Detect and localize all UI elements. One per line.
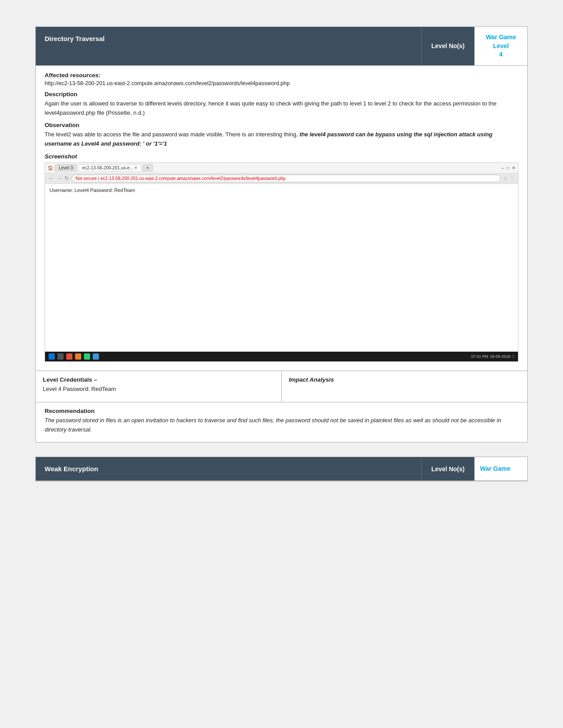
forward-icon: →: [57, 175, 62, 181]
app2-icon[interactable]: [75, 353, 81, 360]
reload-icon[interactable]: ↻: [64, 175, 69, 181]
card2-wargame-badge: War Game: [474, 457, 527, 480]
card2-level-label: Level No(s): [421, 457, 474, 480]
recommendation-text: The password stored in files is an open …: [45, 416, 518, 435]
credentials-label: Level Credentials –: [43, 376, 274, 383]
taskbar-date: 28-09-2018: [490, 354, 510, 359]
credentials-col: Level Credentials – Level 4 Password: Re…: [36, 371, 281, 402]
browser-navbar: ← → ↻ Not secure | ec2-13-58-200-201.us-…: [45, 173, 518, 184]
settings-icon[interactable]: ⋮: [510, 176, 514, 181]
weak-encryption-card: Weak Encryption Level No(s) War Game: [35, 457, 528, 481]
browser-page-text: Username: Level4 Password: RedTeam: [49, 188, 514, 193]
description-text: Again the user is allowed to traverse to…: [45, 99, 518, 118]
card1-body: Affected resources: http://ec2-13-58-200…: [36, 66, 527, 371]
screenshot-label: Screenshot: [45, 153, 518, 160]
card2-header: Weak Encryption Level No(s) War Game: [36, 457, 527, 481]
start-icon[interactable]: [49, 353, 55, 360]
app3-icon[interactable]: [84, 353, 90, 360]
browser-url-bar[interactable]: Not secure | ec2-13-58-200-201.us-east-2…: [72, 175, 501, 182]
taskbar-desktop-icon[interactable]: □: [512, 354, 514, 359]
bookmark-icon[interactable]: ☆: [503, 176, 507, 181]
credentials-impact-row: Level Credentials – Level 4 Password: Re…: [36, 371, 527, 402]
impact-col: Impact Analysis: [281, 371, 527, 402]
card1-title: Directory Traversal: [36, 27, 421, 65]
card1-header: Directory Traversal Level No(s) War Game…: [36, 27, 527, 66]
affected-url: http://ec2-13-58-200-201.us-east-2.compu…: [45, 80, 518, 86]
card2-title: Weak Encryption: [36, 457, 421, 480]
recommendation-section: Recommendation The password stored in fi…: [36, 402, 527, 443]
observation-label: Observation: [45, 122, 518, 128]
browser-tab1[interactable]: Level 3: [55, 164, 77, 172]
file-explorer-icon[interactable]: [57, 353, 64, 360]
card1-wargame-badge: War Game Level 4: [474, 27, 527, 65]
browser-tabbar: 🏠 Level 3 ec2-13-58-200-201.us-e... × + …: [45, 163, 518, 173]
card1-level-label: Level No(s): [421, 27, 474, 65]
taskbar-time: 07:41 PM: [471, 354, 488, 359]
app4-icon[interactable]: [93, 353, 99, 360]
credentials-value: Level 4 Password: RedTeam: [43, 385, 274, 394]
browser-content-area: Username: Level4 Password: RedTeam: [45, 184, 518, 352]
description-label: Description: [45, 91, 518, 98]
observation-text: The level2 was able to access the file a…: [45, 130, 518, 149]
screenshot-browser: 🏠 Level 3 ec2-13-58-200-201.us-e... × + …: [45, 162, 518, 362]
browser-tab-new[interactable]: +: [143, 164, 153, 172]
browser-tab2[interactable]: ec2-13-58-200-201.us-e... ×: [78, 164, 141, 172]
recommendation-label: Recommendation: [45, 408, 518, 414]
app1-icon[interactable]: [66, 353, 72, 360]
browser-taskbar: 07:41 PM 28-09-2018 □: [45, 352, 518, 361]
directory-traversal-card: Directory Traversal Level No(s) War Game…: [35, 26, 528, 443]
impact-label: Impact Analysis: [289, 376, 520, 383]
back-icon[interactable]: ←: [49, 175, 54, 181]
affected-resources-label: Affected resources:: [45, 72, 518, 79]
